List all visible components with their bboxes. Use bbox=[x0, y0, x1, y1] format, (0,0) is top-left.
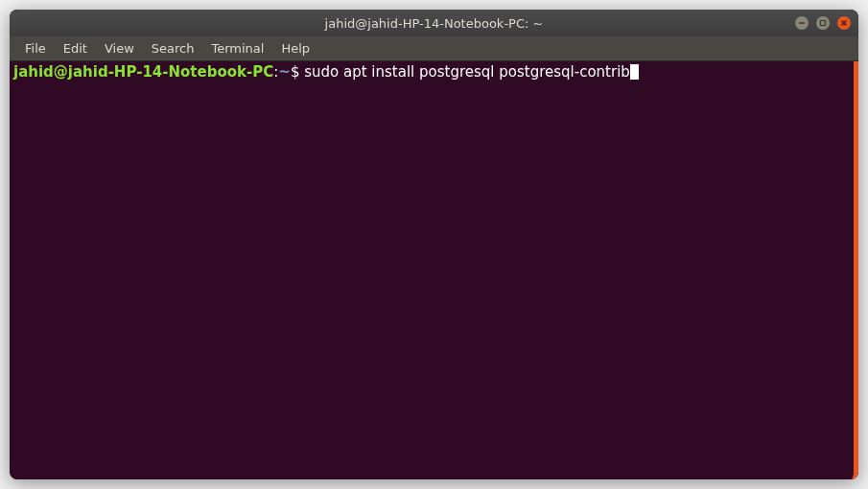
svg-rect-1 bbox=[821, 21, 826, 26]
command-text: sudo apt install postgresql postgresql-c… bbox=[304, 63, 630, 81]
window-controls bbox=[795, 16, 851, 30]
minimize-button[interactable] bbox=[795, 16, 809, 30]
prompt-line: jahid@jahid-HP-14-Notebook-PC:~$ sudo ap… bbox=[13, 63, 639, 81]
menu-terminal[interactable]: Terminal bbox=[203, 38, 271, 58]
menu-edit[interactable]: Edit bbox=[56, 38, 95, 58]
maximize-icon bbox=[819, 19, 827, 27]
maximize-button[interactable] bbox=[816, 16, 830, 30]
cursor bbox=[630, 64, 639, 80]
titlebar: jahid@jahid-HP-14-Notebook-PC: ~ bbox=[10, 10, 858, 36]
menu-file[interactable]: File bbox=[17, 38, 54, 58]
prompt-path: ~ bbox=[278, 63, 291, 81]
menubar: File Edit View Search Terminal Help bbox=[10, 36, 858, 61]
menu-help[interactable]: Help bbox=[273, 38, 317, 58]
menu-view[interactable]: View bbox=[97, 38, 142, 58]
close-button[interactable] bbox=[837, 16, 851, 30]
window-title: jahid@jahid-HP-14-Notebook-PC: ~ bbox=[325, 16, 544, 31]
terminal-window: jahid@jahid-HP-14-Notebook-PC: ~ File Ed… bbox=[10, 10, 858, 479]
minimize-icon bbox=[798, 19, 806, 27]
prompt-dollar: $ bbox=[291, 63, 304, 81]
close-icon bbox=[840, 19, 848, 27]
terminal-body[interactable]: jahid@jahid-HP-14-Notebook-PC:~$ sudo ap… bbox=[10, 61, 858, 479]
menu-search[interactable]: Search bbox=[144, 38, 202, 58]
prompt-user-host: jahid@jahid-HP-14-Notebook-PC bbox=[13, 63, 273, 81]
